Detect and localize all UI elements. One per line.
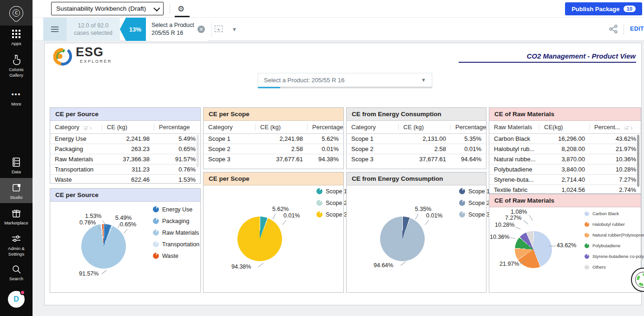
table-cell: Scope 2 (347, 145, 399, 152)
table-cell: 5.62% (308, 135, 343, 142)
column-header[interactable]: Percent...↓1 (590, 124, 641, 131)
table-cell: 37,677.61 (256, 156, 308, 163)
table-row[interactable]: Textile fabric1,024.562.74% (489, 184, 641, 195)
column-header[interactable]: Percentage (308, 124, 343, 131)
pie-chart[interactable] (237, 217, 282, 261)
table-cell: 3,840.00 (539, 166, 590, 173)
legend-item[interactable]: Halobutyl rubber (585, 219, 644, 230)
column-header[interactable]: CE(kg) (539, 124, 590, 131)
legend-item[interactable]: Carbon Black (585, 208, 644, 219)
remove-filter-icon[interactable]: ✕ (197, 26, 205, 33)
column-header[interactable]: CE (kg) (256, 124, 308, 131)
sidebar-item-celonis-gallery[interactable]: Celonis Gallery (0, 55, 33, 78)
column-header[interactable]: Category (204, 124, 256, 131)
table-row[interactable]: Polybutadiene3,840.0010.28% (489, 164, 641, 174)
admin-settings-icon (0, 234, 33, 244)
legend-item[interactable]: Natural rubber(Polyisoprene) (585, 230, 644, 240)
table-row[interactable]: Halobutyl rub...8,208.0021.97% (489, 144, 641, 154)
panel-raw-materials-pie: CE of Raw Materials Carbon BlackHalobuty… (489, 194, 641, 293)
panel-title: CE of Raw Materials (489, 108, 641, 121)
table-scrollbar[interactable] (637, 135, 639, 187)
gear-icon[interactable]: ⚙ (177, 4, 184, 14)
legend-item[interactable]: Styrene-butadiene co-polymer (585, 251, 644, 262)
legend-item[interactable]: Scope 3 (316, 209, 347, 220)
edit-link[interactable]: EDIT (630, 26, 644, 32)
table-row[interactable]: Waste622.461.53% (50, 174, 200, 184)
hamburger-menu-button[interactable] (43, 18, 66, 41)
table-row[interactable]: Energy Use2,241.985.49% (50, 134, 200, 144)
dropdown-underline-accent (258, 87, 280, 88)
table-cell: 10.36% (590, 156, 641, 163)
share-icon[interactable] (609, 25, 618, 35)
table-cell: Raw Materials (50, 156, 102, 163)
celonis-logo[interactable]: c (0, 0, 33, 26)
column-header[interactable]: Category (347, 124, 399, 131)
legend-item[interactable]: Transportation (153, 238, 199, 250)
legend-pie-icon (459, 200, 465, 206)
legend-pie-icon (153, 206, 159, 212)
sidebar-item-marketplace[interactable]: Marketplace (0, 208, 33, 226)
pie-chart[interactable] (81, 224, 126, 269)
column-header[interactable]: Raw Materials (489, 124, 539, 131)
panel-title: CE of Raw Materials (489, 194, 641, 207)
legend-item[interactable]: Energy Use (153, 204, 199, 215)
table-row[interactable]: Packaging263.230.65% (50, 144, 200, 154)
table-cell: Halobutyl rub... (489, 145, 539, 152)
legend-label: Transportation (162, 241, 199, 248)
product-select-dropdown[interactable]: Select a Product: 205/55 R 16 ▼ (258, 73, 432, 87)
column-header[interactable]: Category↓1 (50, 124, 102, 131)
legend-item[interactable]: Raw Materials (153, 227, 199, 238)
table-cell: Scope 1 (204, 135, 256, 142)
table-row[interactable]: Scope 337,677.6194.64% (347, 154, 486, 164)
table-cell: 2.58 (399, 145, 451, 152)
sidebar-item-search[interactable]: Search (0, 264, 33, 282)
legend-item[interactable]: Polybutadiene (585, 240, 644, 251)
title-underline (459, 62, 636, 63)
legend-item[interactable]: Waste (153, 250, 199, 262)
table-row[interactable]: Scope 22.580.01% (204, 144, 343, 154)
sidebar-item-more[interactable]: ••• More (0, 89, 33, 107)
avatar[interactable]: D (8, 291, 25, 308)
table-scrollbar[interactable] (197, 135, 199, 167)
pie-chart[interactable] (515, 231, 552, 268)
pie-chart[interactable] (380, 217, 425, 261)
column-header[interactable]: Percentage (451, 124, 486, 131)
legend-item[interactable]: Scope 1 (316, 185, 347, 197)
legend-item[interactable]: Scope 1 (459, 185, 490, 197)
selection-tool-icon[interactable] (215, 26, 223, 32)
legend-label: Packaging (162, 218, 189, 224)
column-header[interactable]: Percentage (154, 124, 200, 131)
brand-subtitle: EXPLORER (80, 59, 112, 64)
table-row[interactable]: Scope 22.580.01% (347, 144, 486, 154)
table-row[interactable]: Scope 337,677.6194.38% (204, 154, 343, 164)
publish-package-button[interactable]: Publish Package 10 (565, 2, 642, 15)
table-cell: 3,870.00 (539, 156, 590, 163)
legend-item[interactable]: Scope 3 (459, 209, 490, 220)
table-row[interactable]: Natural rubbe...3,870.0010.36% (489, 154, 641, 164)
table-cell: 2.58 (256, 145, 308, 152)
sidebar-item-data[interactable]: Data (0, 157, 33, 175)
selection-tool-caret-icon[interactable]: ▼ (232, 26, 237, 32)
table-cell: Energy Use (50, 135, 102, 142)
legend-item[interactable]: Scope 2 (459, 197, 490, 209)
marketplace-icon (0, 208, 33, 218)
table-cell: Textile fabric (489, 186, 539, 193)
table-row[interactable]: Raw Materials37,366.3891.57% (50, 154, 200, 164)
table-row[interactable]: Scope 12,131.005.35% (347, 134, 486, 144)
sidebar-item-studio[interactable]: Studio (0, 178, 33, 203)
legend-item[interactable]: Packaging (153, 215, 199, 227)
workbench-selector[interactable]: Sustainability Workbench (Draft) (51, 2, 164, 15)
table-row[interactable]: Carbon Black16,296.0043.62% (489, 134, 641, 144)
sidebar-item-admin-settings[interactable]: Admin & Settings (0, 234, 33, 257)
legend-pie-icon (585, 244, 589, 248)
column-header[interactable]: CE (kg) (399, 124, 451, 131)
legend-item[interactable]: Scope 2 (316, 197, 347, 209)
page-title: CO2 Management - Product View (418, 52, 636, 60)
table-row[interactable]: Styrene-buta...2,714.407.27% (489, 174, 641, 184)
table-row[interactable]: Scope 12,241.985.62% (204, 134, 343, 144)
table-cell: Natural rubbe... (489, 156, 539, 163)
column-header[interactable]: CE (kg) (102, 124, 154, 131)
table-cell: Polybutadiene (489, 166, 539, 173)
sidebar-item-apps[interactable]: Apps (0, 29, 33, 46)
table-row[interactable]: Transportation311.230.76% (50, 164, 200, 174)
